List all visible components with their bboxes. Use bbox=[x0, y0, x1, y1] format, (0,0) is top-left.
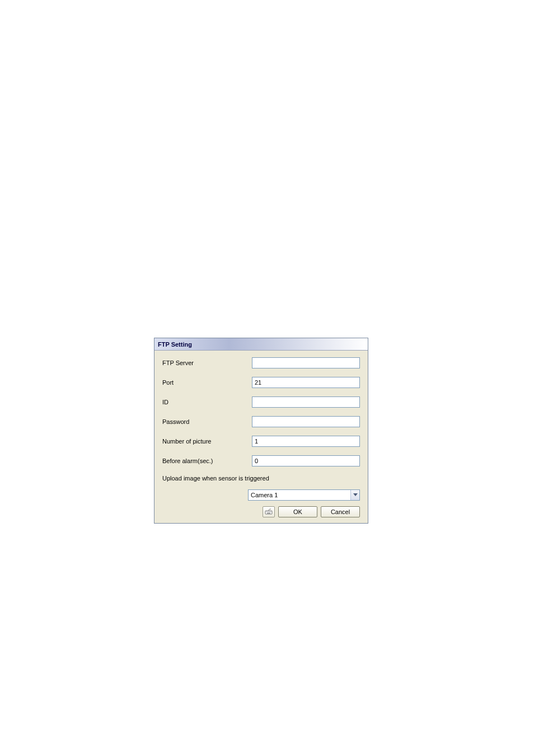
port-input[interactable] bbox=[252, 377, 360, 388]
camera-select-row: Camera 1 bbox=[162, 489, 360, 501]
camera-select[interactable]: Camera 1 bbox=[248, 489, 360, 501]
ok-button[interactable]: OK bbox=[278, 506, 317, 517]
ftp-server-row: FTP Server bbox=[162, 357, 360, 368]
svg-rect-0 bbox=[265, 511, 272, 514]
chevron-down-icon bbox=[350, 490, 359, 500]
camera-select-value: Camera 1 bbox=[249, 492, 350, 498]
id-label: ID bbox=[162, 399, 252, 405]
svg-rect-5 bbox=[271, 512, 271, 512]
dialog-content: FTP Server Port ID Password Number of pi… bbox=[154, 351, 368, 523]
upload-image-label: Upload image when sensor is triggered bbox=[162, 475, 360, 482]
before-alarm-row: Before alarm(sec.) bbox=[162, 455, 360, 466]
before-alarm-label: Before alarm(sec.) bbox=[162, 458, 252, 464]
number-of-picture-input[interactable] bbox=[252, 436, 360, 447]
keyboard-button[interactable] bbox=[263, 506, 275, 517]
id-row: ID bbox=[162, 396, 360, 408]
ftp-server-label: FTP Server bbox=[162, 360, 252, 366]
dialog-button-row: OK Cancel bbox=[162, 506, 360, 517]
ftp-setting-dialog: FTP Setting FTP Server Port ID Password … bbox=[154, 338, 368, 524]
dialog-titlebar: FTP Setting bbox=[154, 338, 368, 351]
dialog-title: FTP Setting bbox=[158, 341, 192, 348]
svg-rect-1 bbox=[266, 512, 267, 512]
number-of-picture-row: Number of picture bbox=[162, 436, 360, 447]
svg-rect-2 bbox=[268, 512, 268, 512]
ftp-server-input[interactable] bbox=[252, 357, 360, 368]
password-label: Password bbox=[162, 418, 252, 425]
before-alarm-input[interactable] bbox=[252, 455, 360, 466]
svg-rect-4 bbox=[270, 512, 270, 512]
port-label: Port bbox=[162, 379, 252, 386]
svg-rect-6 bbox=[267, 513, 270, 514]
cancel-button[interactable]: Cancel bbox=[321, 506, 360, 517]
svg-rect-3 bbox=[269, 512, 269, 512]
id-input[interactable] bbox=[252, 396, 360, 408]
password-input[interactable] bbox=[252, 416, 360, 427]
keyboard-icon bbox=[265, 508, 273, 516]
number-of-picture-label: Number of picture bbox=[162, 438, 252, 445]
port-row: Port bbox=[162, 377, 360, 388]
password-row: Password bbox=[162, 416, 360, 427]
